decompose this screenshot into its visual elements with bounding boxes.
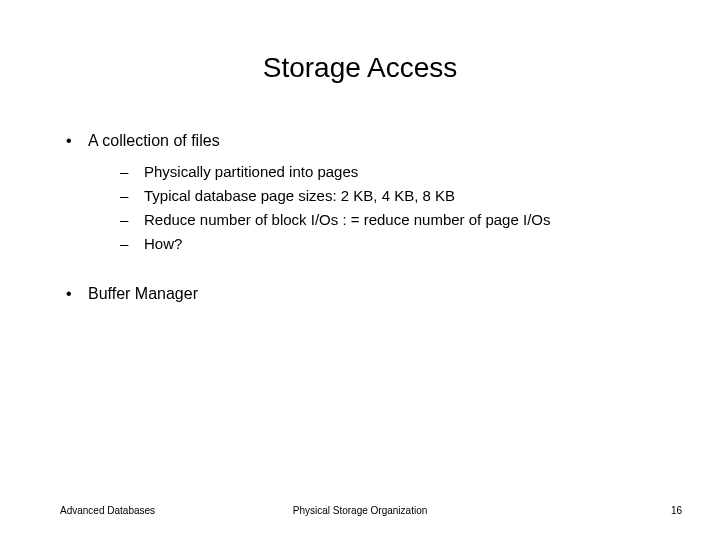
bullet-level2: Physically partitioned into pages — [116, 162, 680, 182]
bullet-text: A collection of files — [88, 132, 220, 149]
slide-title: Storage Access — [0, 52, 720, 84]
slide: Storage Access A collection of files Phy… — [0, 0, 720, 540]
bullet-level1: Buffer Manager — [60, 283, 680, 305]
bullet-text: Physically partitioned into pages — [144, 162, 358, 182]
sub-bullet-list: Physically partitioned into pages Typica… — [60, 162, 680, 255]
footer-page-number: 16 — [671, 505, 682, 516]
bullet-level2: Typical database page sizes: 2 KB, 4 KB,… — [116, 186, 680, 206]
bullet-level2: How? — [116, 234, 680, 254]
bullet-level2: Reduce number of block I/Os : = reduce n… — [116, 210, 680, 230]
bullet-text: Typical database page sizes: 2 KB, 4 KB,… — [144, 186, 455, 206]
bullet-text: Reduce number of block I/Os : = reduce n… — [144, 210, 550, 230]
bullet-level1: A collection of files — [60, 130, 680, 152]
bullet-text: Buffer Manager — [88, 285, 198, 302]
slide-content: A collection of files Physically partiti… — [60, 130, 680, 312]
bullet-text: How? — [144, 234, 182, 254]
footer-center: Physical Storage Organization — [0, 505, 720, 516]
